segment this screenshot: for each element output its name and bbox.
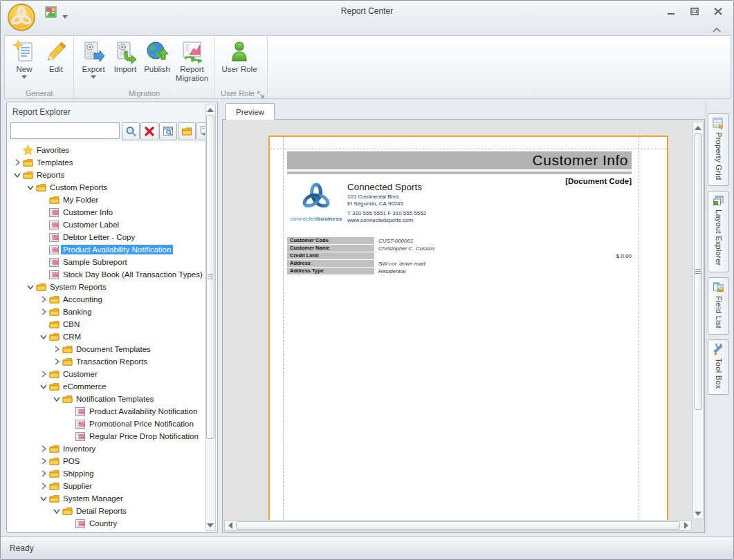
ribbon-collapse-icon[interactable] xyxy=(712,24,723,32)
minimize-button[interactable] xyxy=(663,6,678,17)
tree-item[interactable]: Document Templates xyxy=(8,343,217,355)
tree-item[interactable]: eCommerce xyxy=(8,380,217,393)
tree-item-label: Notification Templates xyxy=(74,394,156,404)
tree-item[interactable]: Promotional Price Notification xyxy=(8,418,217,430)
tree-expander[interactable] xyxy=(12,157,23,168)
report-icon xyxy=(49,258,59,267)
tree-item[interactable]: CBN xyxy=(8,318,217,330)
tree-item[interactable]: System Manager xyxy=(8,492,217,505)
tree-expander[interactable] xyxy=(38,331,49,342)
folder-icon xyxy=(49,482,59,490)
tree-item[interactable]: Stock Day Book (All Transaction Types) xyxy=(8,268,217,281)
tree-item[interactable]: Customer Label xyxy=(8,218,217,231)
tree-item-label: Templates xyxy=(35,158,75,167)
tree-item[interactable]: Accounting xyxy=(8,293,217,306)
tree-expander[interactable] xyxy=(38,443,49,454)
tree-item[interactable]: Sample Subreport xyxy=(8,256,217,268)
tree-item[interactable]: Detail Reports xyxy=(8,505,217,517)
search-input[interactable] xyxy=(10,122,120,139)
tree-expander[interactable] xyxy=(38,294,49,305)
scroll-right-icon[interactable] xyxy=(681,521,691,530)
report-icon xyxy=(75,532,85,532)
tree-expander[interactable] xyxy=(12,169,23,180)
preview-report-button[interactable] xyxy=(159,122,177,140)
edit-button[interactable]: Edit xyxy=(41,38,71,88)
tree-item[interactable]: Templates xyxy=(8,156,217,169)
company-website: www.connectedsports.com xyxy=(347,217,426,224)
tree-expander[interactable] xyxy=(51,356,62,367)
clear-search-button[interactable] xyxy=(140,122,158,140)
tree-item[interactable]: Supplier xyxy=(8,480,217,492)
expander-spacer xyxy=(38,256,49,268)
tree-item-label: Customer xyxy=(61,369,100,379)
tree-item[interactable]: System Reports xyxy=(8,281,217,293)
dock-tab-field-list[interactable]: Field List xyxy=(708,277,729,335)
scroll-up-icon[interactable] xyxy=(205,104,215,115)
tree-item[interactable]: Notification Templates xyxy=(8,393,217,405)
close-button[interactable] xyxy=(710,6,725,17)
tree-item[interactable]: Regular Price Drop Notification xyxy=(8,430,217,442)
open-folder-button[interactable] xyxy=(178,122,196,140)
dock-tab-layout-explorer[interactable]: Layout Explorer xyxy=(708,191,729,272)
ribbon-group-general: New Edit General xyxy=(5,36,74,98)
import-button[interactable]: Import xyxy=(110,38,140,88)
scroll-down-icon[interactable] xyxy=(205,520,215,530)
tree-expander[interactable] xyxy=(38,381,49,392)
scroll-left-icon[interactable] xyxy=(225,521,235,530)
tree-item[interactable]: POS xyxy=(8,455,217,467)
tree-item[interactable]: Shipping xyxy=(8,467,217,480)
tree-expander[interactable] xyxy=(51,393,62,404)
tree-item[interactable]: Customer Info xyxy=(8,206,217,218)
tree-item[interactable]: Product Availability Notification xyxy=(8,243,217,256)
tree-expander[interactable] xyxy=(38,456,49,467)
tree-item[interactable]: Product Availability Notification xyxy=(8,405,217,418)
export-button[interactable]: Export xyxy=(78,38,109,88)
company-name: Connected Sports xyxy=(347,182,426,192)
scroll-down-icon[interactable] xyxy=(693,508,703,519)
tree-expander[interactable] xyxy=(38,493,49,504)
new-button[interactable]: New xyxy=(9,38,39,88)
tree-item[interactable]: Favorites xyxy=(8,144,217,156)
tree-item[interactable]: Customer xyxy=(8,368,217,380)
report-page[interactable]: Customer Info [Document Code] connectedb… xyxy=(268,136,668,523)
tree-scrollbar[interactable] xyxy=(205,104,216,531)
tree-expander[interactable] xyxy=(51,344,62,355)
tree-expander[interactable] xyxy=(51,505,62,516)
tree-expander[interactable] xyxy=(38,480,49,492)
dialog-launcher-icon[interactable] xyxy=(257,89,265,97)
expander-spacer xyxy=(64,431,75,442)
dock-tab-property-grid[interactable]: Property Grid xyxy=(708,113,729,186)
tree-item[interactable]: Reports xyxy=(8,169,217,181)
tree-expander[interactable] xyxy=(25,182,36,193)
tree-item[interactable] xyxy=(8,530,217,532)
tree-expander[interactable] xyxy=(38,368,49,380)
preview-horizontal-scrollbar[interactable] xyxy=(224,520,692,531)
user-role-button[interactable]: User Role xyxy=(219,38,259,88)
publish-button[interactable]: Publish xyxy=(142,38,172,88)
tree-expander[interactable] xyxy=(25,281,36,292)
tree-expander[interactable] xyxy=(38,306,49,317)
dock-tab-label: Field List xyxy=(715,296,723,328)
search-button[interactable] xyxy=(122,122,140,140)
tree-item-label: Promotional Price Notification xyxy=(87,419,196,429)
tree-item[interactable]: Inventory xyxy=(8,442,217,455)
tab-preview[interactable]: Preview xyxy=(226,103,275,120)
tree-item[interactable]: CRM xyxy=(8,330,217,343)
tree-item[interactable]: Custom Reports xyxy=(8,181,217,194)
tree-item[interactable]: My Folder xyxy=(8,194,217,206)
tree-item[interactable]: Debtor Letter - Copy xyxy=(8,231,217,243)
restore-button[interactable] xyxy=(687,6,701,17)
folder-icon xyxy=(62,395,73,403)
tree-item[interactable]: Transaction Reports xyxy=(8,355,217,368)
tree-item[interactable]: Banking xyxy=(8,306,217,318)
margin-guide-right xyxy=(639,137,639,521)
report-migration-button[interactable]: Report Migration xyxy=(174,38,210,88)
logo-text: connectedbusiness xyxy=(288,216,344,222)
scroll-up-icon[interactable] xyxy=(693,122,703,133)
company-logo: connectedbusiness xyxy=(288,181,344,224)
tree-item[interactable]: Country xyxy=(8,517,217,530)
tree-expander[interactable] xyxy=(38,468,49,479)
preview-vertical-scrollbar[interactable] xyxy=(692,122,704,519)
dock-tab-tool-box[interactable]: Tool Box xyxy=(708,339,729,395)
tree-item-label: Supplier xyxy=(61,481,94,491)
